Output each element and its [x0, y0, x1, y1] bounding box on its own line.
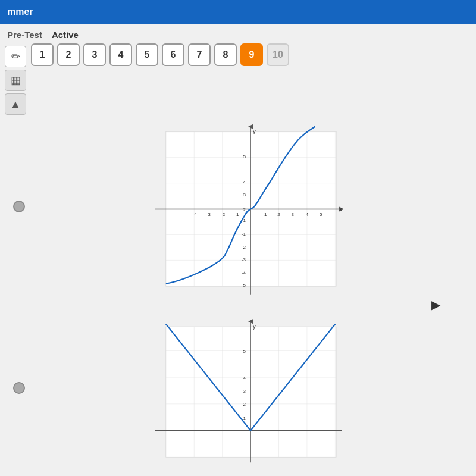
- toolbar-and-numbers-row: ✏ ▦ ▲ 1 2 3 4 5 6 7 8 9 10: [0, 43, 476, 115]
- svg-text:4: 4: [243, 375, 246, 381]
- graph2-circle-button[interactable]: [13, 382, 25, 394]
- svg-text:5: 5: [243, 349, 246, 354]
- svg-text:-3: -3: [242, 257, 246, 262]
- svg-text:y: y: [253, 127, 256, 134]
- svg-text:3: 3: [292, 212, 295, 217]
- svg-text:2: 2: [243, 207, 246, 212]
- graph2-svg: y 5 4 3 2 1: [150, 299, 352, 476]
- header-row: Pre-Test Active: [0, 24, 476, 43]
- svg-text:-2: -2: [221, 212, 226, 217]
- svg-text:5: 5: [320, 212, 322, 217]
- svg-text:-1: -1: [242, 231, 246, 237]
- svg-text:2: 2: [243, 402, 246, 407]
- num-button-8[interactable]: 8: [214, 43, 237, 66]
- pencil-tool-button[interactable]: ✏: [5, 46, 26, 67]
- svg-text:4: 4: [306, 212, 309, 217]
- graph1-wrapper: x y -4 -3 -2 -1 1 2 3 4 5 5 4 3 2: [31, 117, 471, 296]
- pre-test-label: Pre-Test: [7, 30, 42, 40]
- num-button-5[interactable]: 5: [136, 43, 158, 66]
- num-button-3[interactable]: 3: [83, 43, 106, 66]
- svg-text:4: 4: [243, 180, 246, 185]
- num-button-9[interactable]: 9: [240, 43, 263, 66]
- svg-text:-4: -4: [193, 212, 198, 217]
- graph1-circle-button[interactable]: [13, 201, 25, 212]
- num-button-10[interactable]: 10: [267, 43, 289, 66]
- svg-text:5: 5: [243, 154, 246, 159]
- svg-text:1: 1: [264, 212, 267, 217]
- svg-text:1: 1: [243, 416, 246, 421]
- svg-text:2: 2: [277, 212, 280, 217]
- svg-text:3: 3: [243, 389, 246, 394]
- svg-text:-2: -2: [242, 245, 246, 250]
- graphs-container: x y -4 -3 -2 -1 1 2 3 4 5 5 4 3 2: [31, 117, 471, 476]
- left-toolbar: ✏ ▦ ▲: [5, 46, 26, 115]
- content-area: ▶: [0, 115, 476, 476]
- arrow-tool-button[interactable]: ▲: [5, 93, 26, 115]
- num-button-7[interactable]: 7: [188, 43, 211, 66]
- svg-rect-38: [166, 327, 336, 457]
- svg-text:-5: -5: [242, 283, 246, 288]
- app-title: mmer: [7, 7, 33, 17]
- num-button-6[interactable]: 6: [162, 43, 184, 66]
- svg-text:-3: -3: [206, 212, 211, 217]
- calculator-tool-button[interactable]: ▦: [5, 70, 26, 91]
- num-button-1[interactable]: 1: [31, 43, 54, 66]
- svg-text:-1: -1: [234, 212, 239, 217]
- svg-text:3: 3: [243, 192, 246, 198]
- svg-text:y: y: [253, 322, 256, 330]
- graph1-svg: x y -4 -3 -2 -1 1 2 3 4 5 5 4 3 2: [150, 117, 352, 296]
- number-buttons-group: 1 2 3 4 5 6 7 8 9 10: [31, 43, 289, 66]
- graph-divider: [31, 297, 471, 298]
- top-bar: mmer: [0, 0, 476, 24]
- svg-text:x: x: [339, 205, 343, 212]
- graph2-wrapper: y 5 4 3 2 1: [31, 299, 471, 476]
- active-label: Active: [52, 30, 79, 40]
- svg-text:-4: -4: [242, 270, 246, 275]
- num-button-2[interactable]: 2: [57, 43, 80, 66]
- num-button-4[interactable]: 4: [109, 43, 132, 66]
- main-container: Pre-Test Active ✏ ▦ ▲ 1 2 3 4 5 6 7 8 9 …: [0, 24, 476, 476]
